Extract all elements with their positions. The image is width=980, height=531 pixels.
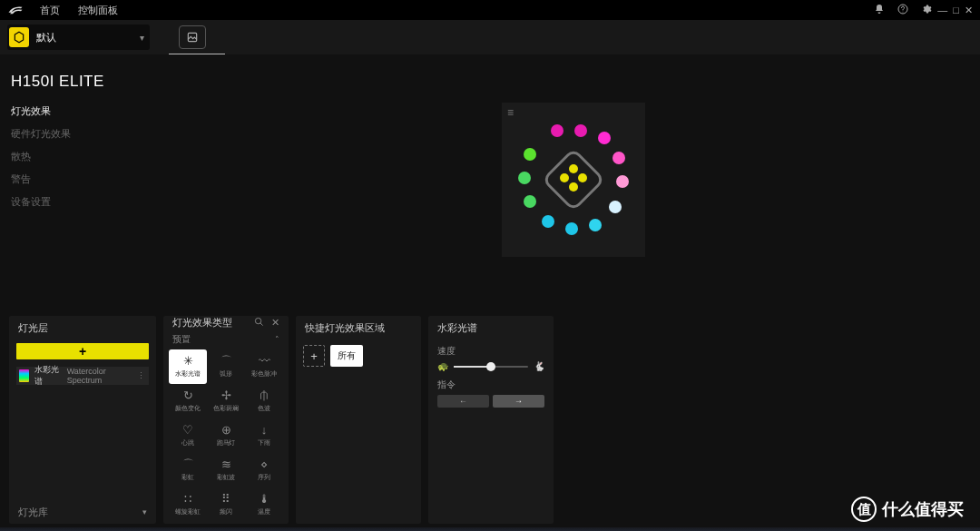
chevron-down-icon: ▾ — [140, 33, 144, 43]
help-icon[interactable] — [897, 4, 908, 17]
direction-left-button[interactable]: ← — [437, 395, 489, 408]
pump-led[interactable] — [560, 173, 569, 182]
svg-point-1 — [903, 11, 904, 12]
sidebar-item[interactable]: 硬件灯光效果 — [11, 123, 165, 145]
effect-icon: ∷ — [184, 493, 191, 505]
ring-led[interactable] — [609, 201, 622, 213]
profile-icon — [9, 27, 29, 47]
ring-led[interactable] — [542, 215, 554, 228]
ring-led[interactable] — [612, 152, 625, 164]
effect-label: 色波 — [258, 404, 270, 412]
profile-selector[interactable]: 默认 ▾ — [7, 25, 150, 50]
effect-icon: ⊕ — [221, 424, 231, 436]
ring-led[interactable] — [551, 124, 564, 137]
panel-title: 快捷灯光效果区域 — [305, 321, 385, 335]
corsair-logo-icon — [7, 3, 24, 17]
sidebar-item[interactable]: 警告 — [11, 168, 165, 191]
effect-icon: ⠿ — [221, 493, 230, 505]
effect-type-cell[interactable]: 〰彩色脉冲 — [245, 349, 283, 384]
effect-label: 心跳 — [181, 438, 194, 447]
pump-led[interactable] — [569, 164, 578, 173]
sidebar-item[interactable]: 散热 — [11, 145, 165, 168]
effect-icon: ✢ — [221, 389, 231, 401]
effect-type-cell[interactable]: ⊕跑马灯 — [207, 418, 245, 453]
effect-icon: ⌒ — [220, 355, 232, 367]
effect-type-cell[interactable]: ✢色彩斑斓 — [207, 384, 245, 418]
close-icon[interactable]: ✕ — [271, 317, 279, 329]
effect-label: 温度 — [258, 507, 270, 516]
effect-label: 水彩光谱 — [175, 369, 200, 378]
ring-led[interactable] — [598, 132, 611, 144]
effect-icon: ↻ — [183, 389, 193, 401]
ring-led[interactable] — [524, 148, 536, 161]
effect-type-cell[interactable]: ⋄序列 — [245, 453, 283, 487]
effect-type-cell[interactable]: ♡心跳 — [169, 418, 207, 453]
effect-type-cell[interactable]: ✳水彩光谱 — [169, 349, 207, 384]
effect-label: 弧形 — [220, 369, 232, 378]
fast-icon: 🐇 — [534, 361, 544, 371]
more-icon[interactable]: ⋮ — [137, 371, 145, 380]
panel-effect-type: 灯光效果类型 ✕ 预置 ˄ ✳水彩光谱⌒弧形〰彩色脉冲↻颜色变化✢色彩斑斓⫛色波… — [163, 316, 289, 524]
add-layer-button[interactable]: + — [16, 343, 149, 359]
preview-menu-icon[interactable]: ≡ — [507, 106, 514, 119]
settings-icon[interactable] — [921, 4, 932, 17]
effect-type-cell[interactable]: ≋彩虹波 — [207, 453, 245, 487]
panel-effect-settings: 水彩光谱 速度 🐢 🐇 指令 ← → — [428, 316, 554, 524]
zone-all-chip[interactable]: 所有 — [330, 345, 363, 367]
speed-label: 速度 — [437, 345, 544, 358]
panel-title: 灯光层 — [18, 321, 48, 335]
ring-led[interactable] — [574, 124, 587, 137]
ring-led[interactable] — [616, 175, 629, 188]
light-library[interactable]: 灯光库 ▾ — [9, 500, 156, 524]
window-close-icon[interactable]: ✕ — [965, 5, 973, 16]
pump-outline — [542, 148, 606, 212]
direction-right-button[interactable]: → — [493, 395, 544, 408]
sidebar-item[interactable]: 设备设置 — [11, 191, 165, 213]
layer-name: 水彩光谱 — [34, 364, 64, 388]
nav-dashboard[interactable]: 控制面板 — [78, 4, 118, 17]
effect-icon: ⋄ — [260, 458, 268, 470]
preset-toggle[interactable]: 预置 ˄ — [163, 329, 289, 348]
effect-type-cell[interactable]: ⌒彩虹 — [169, 453, 207, 487]
scene-tab[interactable] — [179, 25, 206, 49]
effect-type-cell[interactable]: ⫛色波 — [245, 384, 283, 418]
effect-type-cell[interactable]: ⠿频闪 — [207, 487, 245, 522]
effect-type-cell[interactable]: ↻颜色变化 — [169, 384, 207, 418]
window-minimize-icon[interactable]: — — [937, 5, 947, 15]
effect-label: 跑马灯 — [217, 438, 235, 447]
effect-label: 序列 — [258, 473, 270, 481]
effect-type-cell[interactable]: ↓下雨 — [245, 418, 283, 453]
window-maximize-icon[interactable]: □ — [953, 5, 959, 15]
ring-led[interactable] — [565, 222, 578, 235]
effect-type-cell[interactable]: ⌒弧形 — [207, 349, 245, 384]
panel-quick-zone: 快捷灯光效果区域 + 所有 — [296, 316, 421, 524]
notifications-icon[interactable] — [874, 4, 885, 17]
pump-led[interactable] — [569, 182, 578, 192]
svg-rect-3 — [188, 33, 196, 41]
effect-type-cell[interactable]: 🌡温度 — [245, 487, 283, 522]
panel-title: 水彩光谱 — [437, 321, 477, 335]
nav-home[interactable]: 首页 — [40, 4, 60, 17]
speed-slider[interactable] — [454, 366, 528, 368]
effect-label: 颜色变化 — [175, 404, 200, 412]
chevron-down-icon: ▾ — [142, 507, 147, 516]
pump-led[interactable] — [578, 173, 587, 182]
direction-label: 指令 — [437, 379, 544, 391]
device-title: H150I ELITE — [11, 73, 165, 91]
ring-led[interactable] — [518, 172, 531, 184]
effect-label: 频闪 — [220, 507, 232, 516]
effect-icon: 〰 — [259, 355, 270, 367]
layer-item[interactable]: 水彩光谱 Watercolor Spectrum ⋮ — [16, 367, 149, 385]
effect-label: 色彩斑斓 — [213, 404, 238, 412]
effect-icon: ♡ — [182, 424, 193, 436]
effect-type-cell[interactable]: ∷螺旋彩虹 — [169, 487, 207, 522]
add-zone-button[interactable]: + — [303, 345, 325, 367]
ring-led[interactable] — [589, 219, 602, 231]
effect-icon: ⫛ — [259, 389, 270, 401]
ring-led[interactable] — [524, 195, 536, 208]
effect-label: 螺旋彩虹 — [175, 507, 200, 516]
search-icon[interactable] — [254, 317, 264, 329]
effect-label: 彩色脉冲 — [251, 369, 276, 378]
svg-marker-2 — [15, 32, 23, 43]
sidebar-item[interactable]: 灯光效果 — [11, 100, 165, 123]
